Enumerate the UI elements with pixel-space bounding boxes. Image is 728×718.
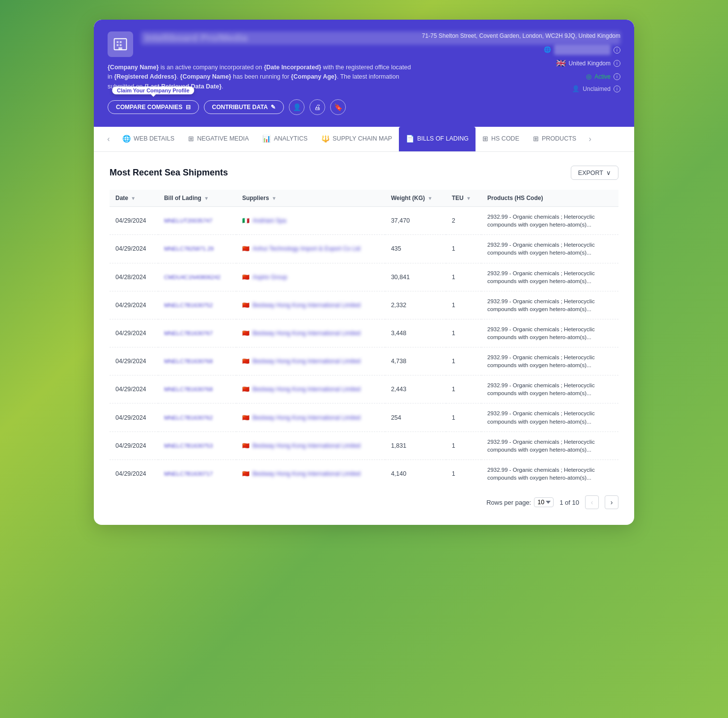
table-row: 04/29/2024 MNELC7825871.29 🇨🇳 Anhui Tech… — [110, 235, 618, 263]
col-date[interactable]: Date ▼ — [110, 190, 158, 207]
nav-next-arrow[interactable]: › — [583, 132, 597, 146]
products-label: PRODUCTS — [542, 135, 576, 142]
contribute-data-button[interactable]: CONTRIBUTE DATA ✎ — [204, 100, 284, 114]
cell-bol-0[interactable]: MNELUT20035747 — [158, 207, 236, 235]
bol-link-4[interactable]: MNELC7B1630767 — [164, 330, 213, 336]
cell-supplier-6: 🇨🇳 Bestway Hong Kong International Limit… — [236, 375, 385, 403]
bol-link-0[interactable]: MNELUT20035747 — [164, 218, 212, 224]
col-suppliers[interactable]: Suppliers ▼ — [236, 190, 385, 207]
bookmark-icon-circle[interactable]: 🔖 — [330, 99, 346, 115]
bol-link-6[interactable]: MNELC7B1630768 — [164, 386, 213, 392]
cell-bol-1[interactable]: MNELC7825871.29 — [158, 235, 236, 263]
analytics-icon: 📊 — [262, 135, 271, 143]
bol-link-1[interactable]: MNELC7825871.29 — [164, 246, 214, 252]
products-text-5: 2932.99 - Organic chemicals ; Heterocycl… — [487, 353, 595, 369]
cell-bol-9[interactable]: MNELC7B1630717 — [158, 460, 236, 488]
tab-products[interactable]: ⊞ PRODUCTS — [526, 127, 583, 151]
banner-right-info: 71-75 Shelton Street, Covent Garden, Lon… — [422, 31, 620, 96]
svg-rect-4 — [120, 44, 122, 46]
cell-bol-5[interactable]: MNELC7B1630768 — [158, 347, 236, 375]
products-text-1: 2932.99 - Organic chemicals ; Heterocycl… — [487, 241, 595, 257]
cell-supplier-7: 🇨🇳 Bestway Hong Kong International Limit… — [236, 403, 385, 431]
tab-bills-of-lading[interactable]: 📄 BILLS OF LADING — [399, 127, 476, 151]
cell-bol-4[interactable]: MNELC7B1630767 — [158, 319, 236, 347]
cell-products-5: 2932.99 - Organic chemicals ; Heterocycl… — [481, 347, 618, 375]
navigation-tabs: ‹ 🌐 WEB DETAILS ⊞ NEGATIVE MEDIA 📊 ANALY… — [94, 127, 634, 152]
supplier-name-7[interactable]: Bestway Hong Kong International Limited — [252, 414, 361, 421]
supplier-name-2[interactable]: Aspire Group — [252, 274, 287, 281]
cell-products-1: 2932.99 - Organic chemicals ; Heterocycl… — [481, 235, 618, 263]
cell-bol-7[interactable]: MNELC7B1630762 — [158, 403, 236, 431]
supplier-name-0[interactable]: Andriani Spa — [252, 217, 286, 224]
status-row: ◎ Active i — [422, 72, 620, 82]
pagination-next-button[interactable]: › — [605, 495, 618, 509]
main-content: Most Recent Sea Shipments EXPORT ∨ Date … — [94, 152, 634, 525]
pagination-prev-button[interactable]: ‹ — [585, 495, 599, 509]
bol-link-2[interactable]: CMDU4C1N40806242 — [164, 274, 221, 280]
rows-per-page-select[interactable]: 10 25 50 — [534, 497, 554, 507]
bol-link-5[interactable]: MNELC7B1630768 — [164, 358, 213, 364]
country-info-icon[interactable]: i — [614, 60, 620, 67]
user-icon-circle[interactable]: 👤 — [289, 99, 305, 115]
svg-rect-2 — [120, 41, 122, 43]
cell-teu-9: 1 — [446, 460, 481, 488]
cell-date-8: 04/29/2024 — [110, 431, 158, 460]
col-weight[interactable]: Weight (KG) ▼ — [385, 190, 446, 207]
bol-link-8[interactable]: MNELC7B1630753 — [164, 443, 213, 449]
building-icon — [113, 37, 128, 52]
supplier-name-6[interactable]: Bestway Hong Kong International Limited — [252, 386, 361, 393]
header-row: Date ▼ Bill of Lading ▼ Suppliers ▼ Weig… — [110, 190, 618, 207]
col-teu[interactable]: TEU ▼ — [446, 190, 481, 207]
bol-sort-icon: ▼ — [204, 196, 209, 201]
table-row: 04/29/2024 MNELC7B1630762 🇨🇳 Bestway Hon… — [110, 403, 618, 431]
status-info-icon[interactable]: i — [614, 73, 620, 80]
supplier-name-9[interactable]: Bestway Hong Kong International Limited — [252, 470, 361, 477]
supplier-name-5[interactable]: Bestway Hong Kong International Limited — [252, 358, 361, 365]
products-text-7: 2932.99 - Organic chemicals ; Heterocycl… — [487, 409, 595, 425]
col-bol[interactable]: Bill of Lading ▼ — [158, 190, 236, 207]
hs-code-icon: ⊞ — [482, 135, 488, 143]
supplier-name-3[interactable]: Bestway Hong Kong International Limited — [252, 302, 361, 309]
section-title: Most Recent Sea Shipments — [110, 168, 228, 178]
supplier-name-4[interactable]: Bestway Hong Kong International Limited — [252, 330, 361, 337]
compare-companies-button[interactable]: COMPARE COMPANIES ⊟ — [108, 100, 199, 114]
supplier-cell-3: 🇨🇳 Bestway Hong Kong International Limit… — [242, 302, 379, 309]
nav-prev-arrow[interactable]: ‹ — [102, 132, 115, 146]
cell-supplier-0: 🇮🇹 Andriani Spa — [236, 207, 385, 235]
cell-bol-8[interactable]: MNELC7B1630753 — [158, 431, 236, 460]
svg-rect-1 — [117, 41, 119, 43]
tab-negative-media[interactable]: ⊞ NEGATIVE MEDIA — [181, 127, 255, 151]
cell-date-9: 04/29/2024 — [110, 460, 158, 488]
cell-products-6: 2932.99 - Organic chemicals ; Heterocycl… — [481, 375, 618, 403]
bol-link-7[interactable]: MNELC7B1630762 — [164, 415, 213, 421]
print-icon-circle[interactable]: 🖨 — [309, 99, 325, 115]
cell-bol-3[interactable]: MNELC7B1630752 — [158, 291, 236, 319]
cell-weight-9: 4,140 — [385, 460, 446, 488]
supplier-name-8[interactable]: Bestway Hong Kong International Limited — [252, 442, 361, 449]
cell-date-4: 04/29/2024 — [110, 319, 158, 347]
cell-products-2: 2932.99 - Organic chemicals ; Heterocycl… — [481, 263, 618, 291]
supplier-cell-1: 🇨🇳 Anhui Technology Import & Export Co L… — [242, 245, 379, 252]
bol-link-3[interactable]: MNELC7B1630752 — [164, 302, 213, 308]
tab-hs-code[interactable]: ⊞ HS CODE — [476, 127, 526, 151]
tab-analytics[interactable]: 📊 ANALYTICS — [255, 127, 314, 151]
claim-info-icon[interactable]: i — [614, 86, 620, 92]
products-text-0: 2932.99 - Organic chemicals ; Heterocycl… — [487, 213, 595, 229]
cell-teu-4: 1 — [446, 319, 481, 347]
export-button[interactable]: EXPORT ∨ — [571, 166, 618, 180]
contribute-label: CONTRIBUTE DATA — [212, 104, 268, 111]
tab-web-details[interactable]: 🌐 WEB DETAILS — [115, 127, 181, 151]
products-icon: ⊞ — [533, 135, 539, 143]
products-text-4: 2932.99 - Organic chemicals ; Heterocycl… — [487, 325, 595, 341]
cell-bol-2[interactable]: CMDU4C1N40806242 — [158, 263, 236, 291]
cell-bol-6[interactable]: MNELC7B1630768 — [158, 375, 236, 403]
supplier-name-1[interactable]: Anhui Technology Import & Export Co Ltd — [252, 245, 361, 252]
cell-weight-1: 435 — [385, 235, 446, 263]
edit-icon: ✎ — [271, 104, 276, 111]
bol-link-9[interactable]: MNELC7B1630717 — [164, 471, 213, 477]
cell-weight-6: 2,443 — [385, 375, 446, 403]
website-info-icon[interactable]: i — [614, 47, 620, 54]
cell-teu-1: 1 — [446, 235, 481, 263]
company-age: {Company Age} — [291, 73, 336, 80]
tab-supply-chain[interactable]: 🔱 SUPPLY CHAIN MAP — [314, 127, 399, 151]
